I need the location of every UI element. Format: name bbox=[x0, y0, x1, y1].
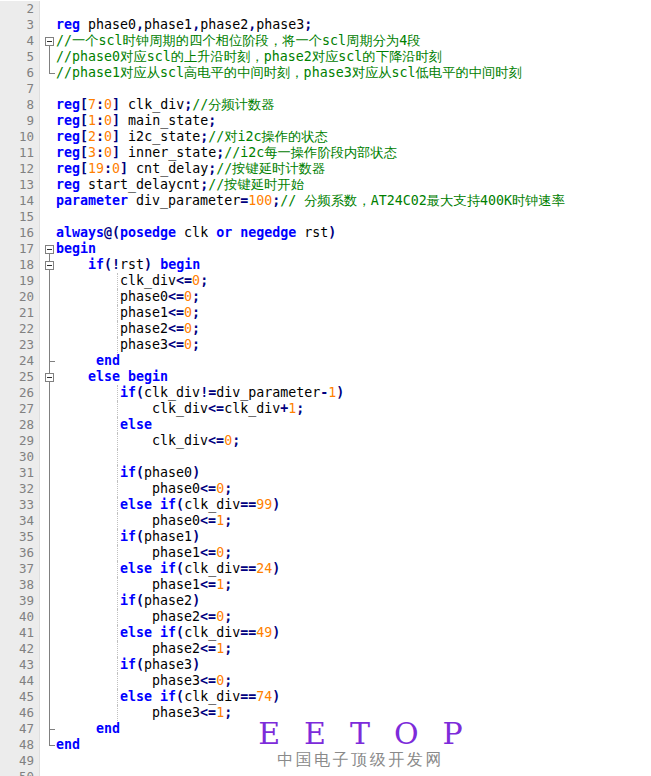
line-number[interactable]: 24 bbox=[0, 353, 40, 369]
code-text[interactable]: else if(clk_div==24) bbox=[56, 561, 651, 577]
code-text[interactable]: clk_div<=clk_div+1; bbox=[56, 401, 651, 417]
code-text[interactable]: phase0<=0; bbox=[56, 289, 651, 305]
fold-collapse-icon[interactable] bbox=[45, 245, 54, 254]
code-text[interactable]: end bbox=[56, 721, 651, 737]
code-text[interactable] bbox=[56, 769, 651, 776]
line-number[interactable]: 30 bbox=[0, 449, 40, 465]
line-number[interactable]: 38 bbox=[0, 577, 40, 593]
code-text[interactable]: parameter div_parameter=100;// 分频系数，AT24… bbox=[56, 193, 651, 209]
code-text[interactable] bbox=[56, 1, 651, 17]
code-text[interactable]: if(clk_div!=div_parameter-1) bbox=[56, 385, 651, 401]
code-text[interactable]: phase3<=0; bbox=[56, 673, 651, 689]
line-number[interactable]: 41 bbox=[0, 625, 40, 641]
fold-collapse-icon[interactable] bbox=[45, 373, 54, 382]
code-text[interactable]: else begin bbox=[56, 369, 651, 385]
line-number[interactable]: 9 bbox=[0, 113, 40, 129]
code-text[interactable]: begin bbox=[56, 241, 651, 257]
code-text[interactable]: end bbox=[56, 353, 651, 369]
line-number[interactable]: 37 bbox=[0, 561, 40, 577]
line-number[interactable]: 33 bbox=[0, 497, 40, 513]
code-text[interactable] bbox=[56, 81, 651, 97]
line-number[interactable]: 19 bbox=[0, 273, 40, 289]
line-number[interactable]: 36 bbox=[0, 545, 40, 561]
line-number[interactable]: 34 bbox=[0, 513, 40, 529]
code-text[interactable]: reg[3:0] inner_state;//i2c每一操作阶段内部状态 bbox=[56, 145, 651, 161]
code-text[interactable]: else bbox=[56, 417, 651, 433]
line-number[interactable]: 40 bbox=[0, 609, 40, 625]
code-text[interactable]: reg[2:0] i2c_state;//对i2c操作的状态 bbox=[56, 129, 651, 145]
code-editor[interactable]: 23reg phase0,phase1,phase2,phase3;4//一个s… bbox=[0, 1, 651, 776]
line-number[interactable]: 23 bbox=[0, 337, 40, 353]
code-text[interactable]: end bbox=[56, 737, 651, 753]
line-number[interactable]: 27 bbox=[0, 401, 40, 417]
code-text[interactable]: always@(posedge clk or negedge rst) bbox=[56, 225, 651, 241]
code-text[interactable]: else if(clk_div==99) bbox=[56, 497, 651, 513]
code-text[interactable]: phase1<=0; bbox=[56, 305, 651, 321]
line-number[interactable]: 6 bbox=[0, 65, 40, 81]
line-number[interactable]: 28 bbox=[0, 417, 40, 433]
code-text[interactable]: if(!rst) begin bbox=[56, 257, 651, 273]
code-text[interactable]: phase1<=0; bbox=[56, 545, 651, 561]
code-text[interactable]: reg[19:0] cnt_delay;//按键延时计数器 bbox=[56, 161, 651, 177]
code-text[interactable]: clk_div<=0; bbox=[56, 273, 651, 289]
line-number[interactable]: 14 bbox=[0, 193, 40, 209]
line-number[interactable]: 4 bbox=[0, 33, 40, 49]
line-number[interactable]: 31 bbox=[0, 465, 40, 481]
code-text[interactable]: phase3<=1; bbox=[56, 705, 651, 721]
code-text[interactable]: if(phase2) bbox=[56, 593, 651, 609]
code-text[interactable]: //一个scl时钟周期的四个相位阶段，将一个scl周期分为4段 bbox=[56, 33, 651, 49]
line-number[interactable]: 39 bbox=[0, 593, 40, 609]
line-number[interactable]: 42 bbox=[0, 641, 40, 657]
code-text[interactable]: reg[7:0] clk_div;//分频计数器 bbox=[56, 97, 651, 113]
line-number[interactable]: 32 bbox=[0, 481, 40, 497]
code-text[interactable]: if(phase1) bbox=[56, 529, 651, 545]
line-number[interactable]: 25 bbox=[0, 369, 40, 385]
code-text[interactable]: phase2<=0; bbox=[56, 321, 651, 337]
code-text[interactable]: phase0<=1; bbox=[56, 513, 651, 529]
code-text[interactable]: if(phase0) bbox=[56, 465, 651, 481]
code-text[interactable]: else if(clk_div==74) bbox=[56, 689, 651, 705]
code-text[interactable]: reg[1:0] main_state; bbox=[56, 113, 651, 129]
code-text[interactable]: if(phase3) bbox=[56, 657, 651, 673]
line-number[interactable]: 20 bbox=[0, 289, 40, 305]
line-number[interactable]: 47 bbox=[0, 721, 40, 737]
line-number[interactable]: 45 bbox=[0, 689, 40, 705]
code-text[interactable]: reg start_delaycnt;//按键延时开始 bbox=[56, 177, 651, 193]
line-number[interactable]: 22 bbox=[0, 321, 40, 337]
line-number[interactable]: 2 bbox=[0, 1, 40, 17]
fold-collapse-icon[interactable] bbox=[45, 37, 54, 46]
line-number[interactable]: 49 bbox=[0, 753, 40, 769]
line-number[interactable]: 8 bbox=[0, 97, 40, 113]
code-text[interactable] bbox=[56, 753, 651, 769]
code-text[interactable]: else if(clk_div==49) bbox=[56, 625, 651, 641]
code-text[interactable]: phase2<=0; bbox=[56, 609, 651, 625]
line-number[interactable]: 21 bbox=[0, 305, 40, 321]
line-number[interactable]: 3 bbox=[0, 17, 40, 33]
line-number[interactable]: 10 bbox=[0, 129, 40, 145]
line-number[interactable]: 48 bbox=[0, 737, 40, 753]
code-text[interactable]: reg phase0,phase1,phase2,phase3; bbox=[56, 17, 651, 33]
code-text[interactable]: phase2<=1; bbox=[56, 641, 651, 657]
code-text[interactable] bbox=[56, 209, 651, 225]
line-number[interactable]: 5 bbox=[0, 49, 40, 65]
fold-collapse-icon[interactable] bbox=[45, 261, 54, 270]
code-text[interactable]: phase3<=0; bbox=[56, 337, 651, 353]
line-number[interactable]: 26 bbox=[0, 385, 40, 401]
code-text[interactable]: phase1<=1; bbox=[56, 577, 651, 593]
code-text[interactable] bbox=[56, 449, 651, 465]
line-number[interactable]: 50 bbox=[0, 769, 40, 776]
line-number[interactable]: 16 bbox=[0, 225, 40, 241]
code-text[interactable]: phase0<=0; bbox=[56, 481, 651, 497]
line-number[interactable]: 18 bbox=[0, 257, 40, 273]
line-number[interactable]: 7 bbox=[0, 81, 40, 97]
line-number[interactable]: 15 bbox=[0, 209, 40, 225]
line-number[interactable]: 43 bbox=[0, 657, 40, 673]
line-number[interactable]: 29 bbox=[0, 433, 40, 449]
line-number[interactable]: 13 bbox=[0, 177, 40, 193]
line-number[interactable]: 35 bbox=[0, 529, 40, 545]
line-number[interactable]: 17 bbox=[0, 241, 40, 257]
line-number[interactable]: 11 bbox=[0, 145, 40, 161]
line-number[interactable]: 46 bbox=[0, 705, 40, 721]
line-number[interactable]: 44 bbox=[0, 673, 40, 689]
line-number[interactable]: 12 bbox=[0, 161, 40, 177]
